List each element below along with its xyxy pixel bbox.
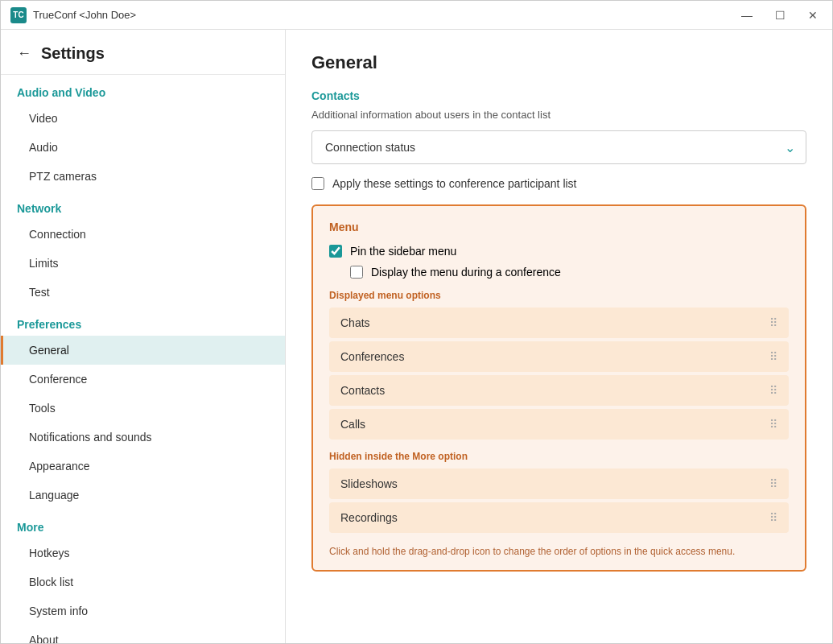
app-title: TrueConf <John Doe> [33, 9, 136, 21]
connection-status-dropdown[interactable]: Connection status [311, 130, 806, 164]
sidebar-item-hotkeys[interactable]: Hotkeys [1, 539, 285, 568]
contacts-description: Additional information about users in th… [311, 109, 806, 121]
menu-option-calls-label: Calls [340, 418, 365, 431]
apply-conference-label[interactable]: Apply these settings to conference parti… [332, 177, 577, 190]
menu-option-recordings: Recordings ⠿ [329, 502, 789, 533]
sidebar-item-ptz[interactable]: PTZ cameras [1, 162, 285, 191]
drag-icon-contacts[interactable]: ⠿ [769, 384, 777, 397]
section-audio-video: Audio and Video [1, 75, 285, 104]
drag-icon-recordings[interactable]: ⠿ [769, 511, 777, 524]
menu-option-recordings-label: Recordings [340, 511, 398, 524]
title-bar-left: TC TrueConf <John Doe> [10, 7, 136, 23]
menu-option-conferences: Conferences ⠿ [329, 341, 789, 372]
menu-option-conferences-label: Conferences [340, 350, 404, 363]
menu-box: Menu Pin the sidebar menu Display the me… [311, 204, 806, 572]
sidebar-item-conference[interactable]: Conference [1, 365, 285, 394]
sidebar: ← Settings Audio and Video Video Audio P… [1, 30, 286, 644]
displayed-options-label: Displayed menu options [329, 290, 789, 301]
section-preferences: Preferences [1, 307, 285, 336]
menu-option-contacts-label: Contacts [340, 384, 385, 397]
section-more: More [1, 510, 285, 539]
sidebar-item-about[interactable]: About [1, 625, 285, 644]
drag-icon-slideshows[interactable]: ⠿ [769, 477, 777, 490]
apply-settings-row: Apply these settings to conference parti… [311, 177, 806, 190]
sidebar-item-appearance[interactable]: Appearance [1, 452, 285, 481]
page-title: General [311, 52, 806, 73]
dropdown-wrapper: Connection status ⌄ [311, 130, 806, 164]
sidebar-item-language[interactable]: Language [1, 481, 285, 510]
sidebar-item-general[interactable]: General [1, 336, 285, 365]
pin-sidebar-row: Pin the sidebar menu [329, 245, 789, 258]
main-layout: ← Settings Audio and Video Video Audio P… [1, 30, 832, 644]
minimize-button[interactable]: — [736, 8, 757, 23]
drag-icon-chats[interactable]: ⠿ [769, 316, 777, 329]
menu-option-slideshows-label: Slideshows [340, 477, 398, 490]
sidebar-item-sysinfo[interactable]: System info [1, 597, 285, 625]
maximize-button[interactable]: ☐ [770, 8, 790, 23]
menu-option-slideshows: Slideshows ⠿ [329, 469, 789, 499]
menu-option-contacts: Contacts ⠿ [329, 375, 789, 406]
section-network: Network [1, 191, 285, 220]
menu-box-title: Menu [329, 221, 789, 233]
settings-title: Settings [41, 44, 105, 63]
display-conference-checkbox[interactable] [350, 266, 363, 279]
app-icon: TC [10, 7, 27, 23]
display-conference-label[interactable]: Display the menu during a conference [371, 266, 561, 279]
menu-footer-note: Click and hold the drag-and-drop icon to… [329, 544, 789, 559]
drag-icon-conferences[interactable]: ⠿ [769, 350, 777, 363]
pin-sidebar-label[interactable]: Pin the sidebar menu [350, 245, 456, 258]
sidebar-item-limits[interactable]: Limits [1, 249, 285, 278]
sidebar-item-audio[interactable]: Audio [1, 133, 285, 162]
apply-conference-checkbox[interactable] [311, 177, 324, 190]
display-conference-row: Display the menu during a conference [350, 266, 789, 279]
drag-icon-calls[interactable]: ⠿ [769, 418, 777, 431]
menu-option-chats-label: Chats [340, 316, 370, 329]
sidebar-item-blocklist[interactable]: Block list [1, 568, 285, 597]
title-bar-controls: — ☐ ✕ [736, 8, 823, 23]
title-bar: TC TrueConf <John Doe> — ☐ ✕ [1, 1, 832, 30]
pin-sidebar-checkbox[interactable] [329, 245, 342, 258]
menu-option-chats: Chats ⠿ [329, 308, 789, 338]
menu-option-calls: Calls ⠿ [329, 409, 789, 440]
sidebar-item-test[interactable]: Test [1, 278, 285, 307]
close-button[interactable]: ✕ [803, 8, 823, 23]
sidebar-header: ← Settings [1, 30, 285, 75]
sidebar-item-tools[interactable]: Tools [1, 394, 285, 423]
hidden-label: Hidden inside the More option [329, 451, 789, 462]
sidebar-item-connection[interactable]: Connection [1, 220, 285, 249]
sidebar-item-notifications[interactable]: Notifications and sounds [1, 423, 285, 452]
content-area: General Contacts Additional information … [286, 30, 832, 644]
contacts-section-label: Contacts [311, 89, 806, 102]
sidebar-item-video[interactable]: Video [1, 104, 285, 133]
back-button[interactable]: ← [17, 45, 31, 62]
